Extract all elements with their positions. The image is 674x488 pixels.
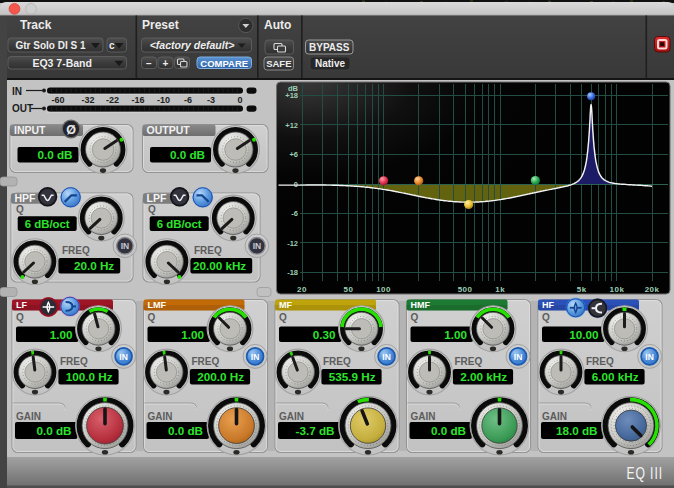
svg-text:Q: Q bbox=[148, 204, 156, 215]
svg-text:FREQ: FREQ bbox=[194, 245, 222, 256]
svg-text:20k: 20k bbox=[645, 285, 660, 294]
svg-text:0: 0 bbox=[294, 180, 298, 189]
svg-text:Track: Track bbox=[20, 18, 52, 32]
svg-text:1.00: 1.00 bbox=[181, 328, 204, 341]
svg-text:HPF: HPF bbox=[15, 192, 37, 204]
svg-text:0: 0 bbox=[237, 95, 242, 105]
svg-text:IN: IN bbox=[121, 241, 130, 251]
svg-text:OUT: OUT bbox=[12, 103, 33, 114]
svg-text:FREQ: FREQ bbox=[60, 356, 88, 367]
svg-text:+12: +12 bbox=[285, 121, 298, 130]
svg-text:-12: -12 bbox=[287, 239, 298, 248]
svg-text:0.0 dB: 0.0 dB bbox=[168, 424, 203, 437]
svg-text:Q: Q bbox=[16, 312, 24, 323]
svg-text:-6: -6 bbox=[291, 209, 298, 218]
svg-text:0.30: 0.30 bbox=[313, 328, 336, 341]
svg-text:LPF: LPF bbox=[147, 192, 167, 204]
svg-text:Q: Q bbox=[411, 312, 419, 323]
svg-text:0.0 dB: 0.0 dB bbox=[37, 148, 72, 161]
svg-text:6.00 kHz: 6.00 kHz bbox=[592, 370, 639, 383]
svg-text:−: − bbox=[146, 58, 152, 69]
svg-text:GAIN: GAIN bbox=[148, 411, 173, 422]
svg-text:LF: LF bbox=[16, 300, 27, 310]
svg-text:-22: -22 bbox=[106, 95, 119, 105]
svg-text:0.0 dB: 0.0 dB bbox=[170, 148, 205, 161]
svg-text:IN: IN bbox=[514, 352, 523, 362]
svg-text:IN: IN bbox=[119, 352, 128, 362]
svg-text:-3: -3 bbox=[207, 95, 215, 105]
svg-text:Q: Q bbox=[279, 312, 287, 323]
svg-text:HMF: HMF bbox=[411, 300, 431, 310]
svg-text:IN: IN bbox=[645, 352, 654, 362]
svg-text:FREQ: FREQ bbox=[455, 356, 483, 367]
svg-text:Auto: Auto bbox=[264, 18, 291, 32]
svg-text:535.9 Hz: 535.9 Hz bbox=[329, 370, 376, 383]
svg-text:GAIN: GAIN bbox=[411, 411, 436, 422]
svg-text:MF: MF bbox=[279, 300, 292, 310]
svg-text:-32: -32 bbox=[81, 95, 94, 105]
svg-text:INPUT: INPUT bbox=[14, 124, 46, 136]
svg-text:+6: +6 bbox=[289, 150, 298, 159]
svg-text:FREQ: FREQ bbox=[62, 245, 90, 256]
svg-text:Ø: Ø bbox=[66, 123, 76, 137]
svg-text:<factory default>: <factory default> bbox=[150, 39, 235, 51]
svg-text:-18: -18 bbox=[287, 268, 298, 277]
svg-text:+18: +18 bbox=[285, 91, 298, 100]
svg-text:EQ3 7-Band: EQ3 7-Band bbox=[32, 57, 92, 69]
svg-text:Q: Q bbox=[542, 312, 550, 323]
svg-text:Native: Native bbox=[315, 58, 345, 69]
svg-text:6 dB/oct: 6 dB/oct bbox=[157, 218, 202, 230]
svg-text:IN: IN bbox=[12, 86, 22, 97]
svg-text:HF: HF bbox=[542, 300, 554, 310]
svg-text:Gtr Solo DI S 1: Gtr Solo DI S 1 bbox=[15, 40, 85, 51]
svg-text:20: 20 bbox=[297, 285, 307, 294]
svg-text:2.00 kHz: 2.00 kHz bbox=[460, 370, 507, 383]
svg-text:Q: Q bbox=[148, 312, 156, 323]
svg-text:Q: Q bbox=[16, 204, 24, 215]
svg-text:100.0 Hz: 100.0 Hz bbox=[66, 370, 113, 383]
svg-text:c: c bbox=[109, 40, 115, 51]
svg-text:Preset: Preset bbox=[142, 18, 179, 32]
svg-text:20.0 Hz: 20.0 Hz bbox=[74, 259, 114, 272]
svg-text:0.0 dB: 0.0 dB bbox=[431, 424, 466, 437]
svg-text:0.0 dB: 0.0 dB bbox=[36, 424, 71, 437]
svg-text:SAFE: SAFE bbox=[266, 58, 291, 69]
svg-text:500: 500 bbox=[458, 285, 473, 294]
svg-text:10.00: 10.00 bbox=[569, 328, 599, 341]
svg-text:1k: 1k bbox=[495, 285, 505, 294]
svg-text:COMPARE: COMPARE bbox=[200, 58, 248, 69]
svg-text:200.0 Hz: 200.0 Hz bbox=[197, 370, 244, 383]
svg-text:+: + bbox=[163, 58, 169, 69]
svg-text:-3.7 dB: -3.7 dB bbox=[296, 424, 335, 437]
svg-text:10k: 10k bbox=[610, 285, 625, 294]
svg-text:100: 100 bbox=[376, 285, 391, 294]
svg-text:FREQ: FREQ bbox=[586, 356, 614, 367]
svg-text:20.00 kHz: 20.00 kHz bbox=[193, 259, 246, 272]
svg-text:FREQ: FREQ bbox=[192, 356, 220, 367]
svg-text:OUTPUT: OUTPUT bbox=[147, 124, 191, 136]
svg-text:-6: -6 bbox=[184, 95, 192, 105]
svg-text:BYPASS: BYPASS bbox=[309, 42, 350, 53]
svg-text:FREQ: FREQ bbox=[323, 356, 351, 367]
svg-text:LMF: LMF bbox=[148, 300, 167, 310]
svg-text:1.00: 1.00 bbox=[444, 328, 467, 341]
svg-text:IN: IN bbox=[251, 352, 260, 362]
svg-text:-16: -16 bbox=[131, 95, 144, 105]
svg-text:GAIN: GAIN bbox=[542, 411, 567, 422]
svg-text:EQ III: EQ III bbox=[626, 464, 663, 482]
svg-text:6 dB/oct: 6 dB/oct bbox=[25, 218, 70, 230]
svg-text:18.0 dB: 18.0 dB bbox=[556, 424, 598, 437]
svg-text:-60: -60 bbox=[51, 95, 64, 105]
svg-text:IN: IN bbox=[253, 241, 262, 251]
svg-text:GAIN: GAIN bbox=[279, 411, 304, 422]
svg-text:1.00: 1.00 bbox=[50, 328, 73, 341]
svg-text:-10: -10 bbox=[157, 95, 170, 105]
svg-text:GAIN: GAIN bbox=[16, 411, 41, 422]
svg-text:IN: IN bbox=[382, 352, 391, 362]
svg-text:50: 50 bbox=[343, 285, 353, 294]
svg-text:5k: 5k bbox=[577, 285, 587, 294]
